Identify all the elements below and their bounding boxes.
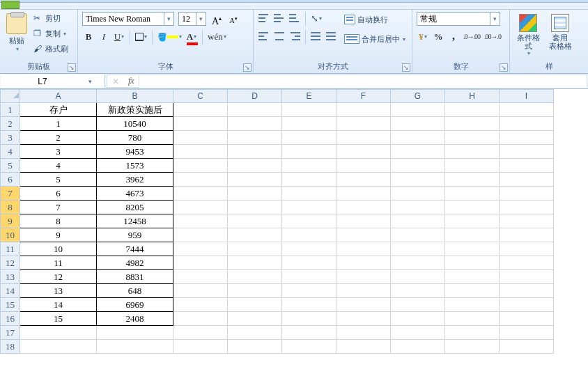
cell-C7[interactable] <box>173 187 228 201</box>
cell-E4[interactable] <box>282 145 336 159</box>
cell-B4[interactable]: 9453 <box>97 145 173 159</box>
cell-G10[interactable] <box>391 228 445 242</box>
cell-B8[interactable]: 8205 <box>97 201 173 214</box>
cell-H14[interactable] <box>445 284 500 298</box>
cell-H2[interactable] <box>445 117 500 131</box>
cell-A11[interactable]: 10 <box>20 242 97 256</box>
cell-D2[interactable] <box>228 117 282 131</box>
cell-H15[interactable] <box>445 298 500 312</box>
row-header-7[interactable]: 7 <box>1 187 20 201</box>
cell-D8[interactable] <box>228 201 282 214</box>
row-header-8[interactable]: 8 <box>1 201 20 214</box>
cell-G2[interactable] <box>391 117 445 131</box>
dialog-launcher-font[interactable] <box>243 63 252 72</box>
cell-I11[interactable] <box>500 242 554 256</box>
cell-H8[interactable] <box>445 201 500 214</box>
cell-F4[interactable] <box>336 145 391 159</box>
font-size-input[interactable] <box>179 13 196 25</box>
cell-I1[interactable] <box>500 103 554 117</box>
cell-C15[interactable] <box>173 298 228 312</box>
cell-A9[interactable]: 8 <box>20 214 97 228</box>
phonetic-guide-button[interactable]: wén▾ <box>207 30 227 44</box>
cell-F5[interactable] <box>336 159 391 173</box>
cell-B12[interactable]: 4982 <box>97 256 173 270</box>
row-header-3[interactable]: 3 <box>1 131 20 145</box>
chevron-down-icon[interactable]: ▾ <box>319 13 322 25</box>
cell-A17[interactable] <box>20 326 97 340</box>
chevron-down-icon[interactable]: ▾ <box>63 31 66 37</box>
align-top-button[interactable] <box>258 12 270 26</box>
row-header-13[interactable]: 13 <box>1 270 20 284</box>
cell-C13[interactable] <box>173 270 228 284</box>
cell-B7[interactable]: 4673 <box>97 187 173 201</box>
cell-D15[interactable] <box>228 298 282 312</box>
merge-center-button[interactable]: 合并后居中▾ <box>342 31 408 47</box>
cell-H16[interactable] <box>445 312 500 326</box>
cell-F1[interactable] <box>336 103 391 117</box>
worksheet-grid[interactable]: ABCDEFGHI 1存户新政策实施后211054032780439453541… <box>0 89 588 376</box>
row-header-9[interactable]: 9 <box>1 214 20 228</box>
cell-I5[interactable] <box>500 159 554 173</box>
cell-D6[interactable] <box>228 173 282 187</box>
cell-E2[interactable] <box>282 117 336 131</box>
qat-save-icon[interactable] <box>1 1 20 9</box>
italic-button[interactable]: I <box>98 30 110 44</box>
column-header-F[interactable]: F <box>336 90 391 103</box>
row-header-12[interactable]: 12 <box>1 256 20 270</box>
cell-G12[interactable] <box>391 256 445 270</box>
cell-H7[interactable] <box>445 187 500 201</box>
cell-A15[interactable]: 14 <box>20 298 97 312</box>
cell-G8[interactable] <box>391 201 445 214</box>
cell-B11[interactable]: 7444 <box>97 242 173 256</box>
cell-F8[interactable] <box>336 201 391 214</box>
cell-I18[interactable] <box>500 340 554 354</box>
cell-B1[interactable]: 新政策实施后 <box>97 103 173 117</box>
increase-decimal-button[interactable]: .0→.00 <box>463 30 481 44</box>
format-painter-button[interactable]: 格式刷 <box>33 42 68 55</box>
cell-I7[interactable] <box>500 187 554 201</box>
cell-D13[interactable] <box>228 270 282 284</box>
cell-C18[interactable] <box>173 340 228 354</box>
cell-C5[interactable] <box>173 159 228 173</box>
column-header-H[interactable]: H <box>445 90 500 103</box>
wrap-text-button[interactable]: 自动换行 <box>342 12 408 27</box>
cell-F11[interactable] <box>336 242 391 256</box>
cell-C1[interactable] <box>173 103 228 117</box>
cell-A13[interactable]: 12 <box>20 270 97 284</box>
align-center-button[interactable] <box>273 30 286 44</box>
dialog-launcher-number[interactable] <box>500 63 508 72</box>
row-header-11[interactable]: 11 <box>1 242 20 256</box>
cell-B3[interactable]: 780 <box>97 131 173 145</box>
cell-B6[interactable]: 3962 <box>97 173 173 187</box>
name-box-input[interactable] <box>1 77 84 86</box>
column-header-I[interactable]: I <box>500 90 554 103</box>
cell-B13[interactable]: 8831 <box>97 270 173 284</box>
cell-E15[interactable] <box>282 298 336 312</box>
cell-A5[interactable]: 4 <box>20 159 97 173</box>
cell-F14[interactable] <box>336 284 391 298</box>
row-header-1[interactable]: 1 <box>1 103 20 117</box>
cell-D4[interactable] <box>228 145 282 159</box>
align-middle-button[interactable] <box>273 12 286 26</box>
cell-H3[interactable] <box>445 131 500 145</box>
cell-E6[interactable] <box>282 173 336 187</box>
cell-D17[interactable] <box>228 326 282 340</box>
cell-E7[interactable] <box>282 187 336 201</box>
cell-E14[interactable] <box>282 284 336 298</box>
currency-button[interactable]: ▾ <box>417 30 429 44</box>
cell-E10[interactable] <box>282 228 336 242</box>
cell-I14[interactable] <box>500 284 554 298</box>
cell-H12[interactable] <box>445 256 500 270</box>
dialog-launcher-clipboard[interactable] <box>68 63 76 72</box>
row-header-17[interactable]: 17 <box>1 326 20 340</box>
cell-I8[interactable] <box>500 201 554 214</box>
cell-A14[interactable]: 13 <box>20 284 97 298</box>
cell-G13[interactable] <box>391 270 445 284</box>
cell-A3[interactable]: 2 <box>20 131 97 145</box>
cell-E9[interactable] <box>282 214 336 228</box>
row-header-2[interactable]: 2 <box>1 117 20 131</box>
cell-F9[interactable] <box>336 214 391 228</box>
cell-D18[interactable] <box>228 340 282 354</box>
cell-D1[interactable] <box>228 103 282 117</box>
cell-G15[interactable] <box>391 298 445 312</box>
